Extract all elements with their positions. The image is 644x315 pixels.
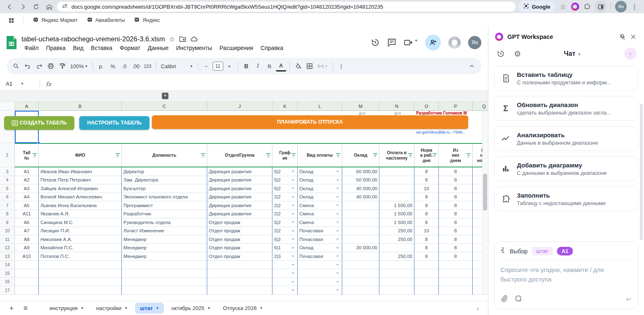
cell[interactable] [379, 261, 414, 270]
cell-dropdown-icon[interactable]: ▼ [291, 229, 296, 232]
cell[interactable]: ▼ [298, 261, 342, 270]
cell[interactable] [207, 286, 272, 295]
cell[interactable]: 60 000,00 [342, 167, 379, 176]
row-header[interactable]: 8 [0, 210, 15, 219]
tab-menu-icon[interactable]: ▼ [80, 306, 84, 310]
cell-chip[interactable]: A1 [557, 247, 573, 255]
cell[interactable]: 5|2▼ [272, 167, 298, 176]
cell-dropdown-icon[interactable]: ▼ [336, 212, 340, 215]
add-sheet-icon[interactable]: + [6, 303, 17, 314]
cell[interactable]: Отдел продаж [207, 235, 272, 244]
cell[interactable] [342, 235, 379, 244]
sheet-tab[interactable]: инструкция▼ [45, 303, 89, 314]
cell[interactable]: Лисицин П.И. [39, 227, 122, 236]
sheet-chip[interactable]: штат [532, 247, 553, 255]
cell[interactable]: Петров Петр Петрович [39, 176, 122, 185]
cell[interactable] [15, 261, 39, 270]
cell[interactable]: 8 [414, 167, 439, 176]
cell[interactable]: Руководитель отдела [122, 218, 207, 227]
unpin-icon[interactable] [619, 33, 626, 41]
cell[interactable]: Дирекция развития [207, 184, 272, 193]
cell[interactable]: 5|2▼ [272, 184, 298, 193]
row-header[interactable]: 14 [0, 261, 15, 270]
cell-dropdown-icon[interactable]: ▼ [291, 246, 296, 249]
cell[interactable]: Иванов Иван Иванович [39, 167, 122, 176]
history-icon[interactable] [497, 50, 505, 58]
cell[interactable] [39, 286, 122, 295]
cell[interactable] [39, 278, 122, 286]
scroll-tabs-icon[interactable]: ‹ [477, 305, 479, 312]
row-header[interactable]: 12 [0, 244, 15, 253]
star-icon[interactable]: ☆ [169, 35, 175, 43]
select-all-corner[interactable] [0, 102, 15, 111]
cell[interactable]: 2|2▼ [272, 210, 298, 219]
cell[interactable]: A4 [15, 193, 39, 202]
cell[interactable] [439, 286, 473, 295]
column-header[interactable]: A [15, 102, 39, 111]
cell[interactable] [414, 278, 439, 286]
cell[interactable] [122, 286, 207, 295]
scroll-up-icon[interactable]: ↑ [624, 48, 637, 60]
gpt-card-bar-chart[interactable]: Добавить диаграммуС данными в выбранном … [494, 156, 638, 181]
paint-format-icon[interactable] [57, 61, 68, 72]
row-header[interactable]: 13 [0, 252, 15, 261]
cell[interactable]: 5|2▼ [272, 218, 298, 227]
menu-item[interactable]: Вид [70, 44, 86, 52]
cell[interactable]: Волкой Михаил Алексеевич [39, 193, 122, 202]
side-panel-icon[interactable] [595, 1, 606, 12]
sheet-button-setup-tabel[interactable]: НАСТРОИТЬ ТАБЕЛЬ [79, 116, 149, 130]
cell[interactable] [122, 269, 207, 278]
cell[interactable]: ▼ [272, 269, 298, 278]
cell[interactable] [342, 269, 379, 278]
cell-dropdown-icon[interactable]: ▼ [291, 280, 296, 283]
cell[interactable] [122, 278, 207, 286]
cell[interactable]: 8 [439, 193, 473, 202]
cell[interactable]: Смена▼ [298, 218, 342, 227]
undo-icon[interactable] [22, 61, 33, 72]
cell-dropdown-icon[interactable]: ▼ [291, 272, 296, 274]
cell[interactable] [414, 269, 439, 278]
column-header[interactable]: J [207, 102, 272, 111]
table-column-header[interactable]: Должность [122, 144, 207, 167]
bookmark-item[interactable]: Яндекс [131, 15, 162, 25]
cell[interactable]: A9 [15, 244, 39, 253]
table-column-header[interactable]: Граф ик [272, 144, 298, 167]
gpt-extension-icon[interactable] [571, 2, 579, 11]
address-bar[interactable]: docs.google.com/spreadsheets/d/1GOPBXrxb… [57, 2, 516, 12]
row-header[interactable]: 15 [0, 269, 15, 278]
cell-dropdown-icon[interactable]: ▼ [336, 263, 340, 266]
cell-dropdown-icon[interactable]: ▼ [291, 255, 296, 258]
cell[interactable] [342, 278, 379, 286]
cell[interactable] [379, 184, 414, 193]
column-header[interactable]: O [414, 102, 439, 111]
cell[interactable]: Менеджер [122, 235, 207, 244]
fill-handle[interactable] [37, 141, 40, 144]
column-header[interactable]: L [298, 102, 342, 111]
home-icon[interactable] [44, 1, 54, 12]
back-icon[interactable] [4, 1, 15, 12]
cell[interactable]: Почасовая▼ [298, 252, 342, 261]
cell[interactable]: Экономист планового отдела [122, 193, 207, 202]
browser-avatar[interactable]: Ян [615, 1, 627, 12]
cell[interactable] [15, 269, 39, 278]
add-image-icon[interactable] [514, 295, 522, 304]
cell[interactable]: A6 [15, 218, 39, 227]
cell[interactable] [122, 261, 207, 270]
more-options-icon[interactable]: ⋮ [336, 61, 347, 72]
column-header[interactable]: Q [473, 102, 488, 111]
cell[interactable]: 8 [439, 244, 473, 253]
chat-mode-select[interactable]: Чат ▼ [530, 50, 615, 57]
table-column-header[interactable]: Вид оплаты [298, 144, 342, 167]
menu-item[interactable]: Справка [258, 44, 286, 52]
cell[interactable] [342, 210, 379, 219]
cell[interactable] [207, 269, 272, 278]
cell[interactable] [342, 218, 379, 227]
cell[interactable] [39, 269, 122, 278]
cell-dropdown-icon[interactable]: ▼ [291, 221, 296, 224]
cell-dropdown-icon[interactable]: ▼ [291, 289, 296, 291]
gpt-card-sigma[interactable]: ΣОбновить диапазонсделать выбранный диап… [494, 96, 638, 121]
cell[interactable]: 1 500,00 [379, 218, 414, 227]
cell[interactable]: ▼ [272, 261, 298, 270]
cell[interactable] [379, 278, 414, 286]
chat-input[interactable]: Спросите что угодно, нажмите / для быстр… [500, 265, 624, 292]
